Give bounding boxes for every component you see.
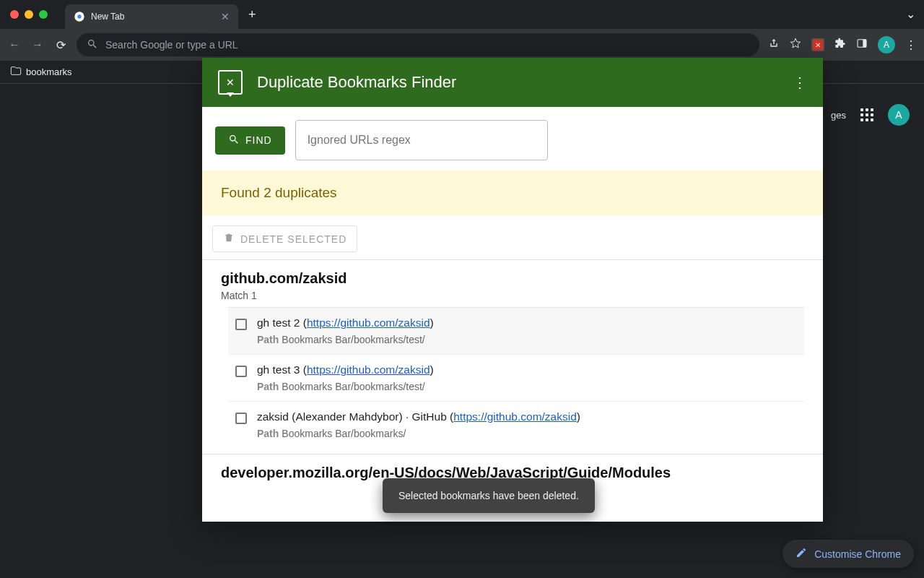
find-label: FIND (245, 134, 272, 146)
entry-path: PathBookmarks Bar/bookmarks/ (257, 428, 580, 439)
path-label: Path (257, 428, 279, 439)
close-window-button[interactable] (10, 10, 19, 19)
tab-close-button[interactable]: ✕ (221, 11, 230, 22)
entry-title-post: ) (430, 363, 434, 376)
entry-url-link[interactable]: https://github.com/zaksid (453, 410, 577, 423)
customise-label: Customise Chrome (814, 548, 901, 560)
entry-path: PathBookmarks Bar/bookmarks/test/ (257, 334, 434, 345)
entry-body: zaksid (Alexander Mahdybor) · GitHub (ht… (257, 410, 580, 439)
entry-url-link[interactable]: https://github.com/zaksid (307, 363, 430, 376)
find-button[interactable]: FIND (215, 126, 285, 155)
bookmark-star-icon[interactable] (790, 38, 801, 52)
maximize-window-button[interactable] (39, 10, 48, 19)
profile-avatar[interactable]: A (878, 36, 895, 53)
tab-favicon (74, 11, 85, 22)
entry-checkbox[interactable] (235, 366, 247, 377)
delete-row: DELETE SELECTED (202, 215, 823, 259)
path-label: Path (257, 334, 279, 345)
extension-title: Duplicate Bookmarks Finder (257, 73, 778, 92)
group-url-title: github.com/zaksid (221, 270, 804, 287)
path-label: Path (257, 381, 279, 392)
trash-icon (223, 232, 235, 246)
apps-grid-icon[interactable] (860, 108, 873, 121)
extension-header: ✕ Duplicate Bookmarks Finder ⋮ (202, 58, 823, 107)
window-expand-icon[interactable]: ⌄ (906, 7, 915, 21)
entry-title-pre: gh test 3 ( (257, 363, 307, 376)
browser-tab[interactable]: New Tab ✕ (65, 4, 238, 29)
extension-menu-button[interactable]: ⋮ (793, 74, 807, 91)
ntp-header-right: ges A (831, 104, 910, 126)
search-icon (228, 134, 240, 147)
share-icon[interactable] (768, 38, 780, 52)
bookmark-entry: gh test 3 (https://github.com/zaksid) Pa… (228, 354, 804, 401)
extensions-icon[interactable] (834, 38, 846, 52)
reload-button[interactable]: ⟳ (53, 38, 68, 52)
bookmark-entry: zaksid (Alexander Mahdybor) · GitHub (ht… (228, 401, 804, 448)
svg-rect-3 (863, 40, 866, 48)
toast-snackbar: Selected bookmarks have been deleted. (383, 478, 595, 513)
ntp-profile-avatar[interactable]: A (888, 104, 910, 126)
window-titlebar: New Tab ✕ + ⌄ (0, 0, 924, 29)
entries-list: gh test 2 (https://github.com/zaksid) Pa… (221, 307, 804, 448)
toolbar-actions: ✕ A ⋮ (768, 36, 917, 53)
tab-title: New Tab (91, 12, 215, 22)
delete-selected-label: DELETE SELECTED (240, 233, 346, 245)
entry-body: gh test 2 (https://github.com/zaksid) Pa… (257, 316, 434, 345)
bookmark-entry: gh test 2 (https://github.com/zaksid) Pa… (228, 307, 804, 354)
svg-point-1 (77, 14, 81, 18)
results-banner: Found 2 duplicates (202, 171, 823, 215)
duplicate-group: github.com/zaksid Match 1 gh test 2 (htt… (202, 259, 823, 449)
search-icon (87, 38, 98, 52)
entry-title-pre: zaksid (Alexander Mahdybor) · GitHub ( (257, 410, 453, 423)
address-bar[interactable]: Search Google or type a URL (77, 33, 759, 56)
folder-icon (10, 65, 22, 79)
entry-path: PathBookmarks Bar/bookmarks/test/ (257, 381, 434, 392)
entry-title-pre: gh test 2 ( (257, 316, 307, 329)
extension-badge-icon[interactable]: ✕ (811, 38, 824, 51)
customise-chrome-button[interactable]: Customise Chrome (783, 540, 914, 568)
entry-checkbox[interactable] (235, 319, 247, 330)
extension-controls: FIND (202, 107, 823, 171)
browser-menu-icon[interactable]: ⋮ (905, 38, 917, 52)
new-tab-button[interactable]: + (248, 7, 256, 22)
ntp-images-link[interactable]: ges (831, 110, 846, 121)
window-controls (10, 10, 48, 19)
browser-toolbar: ← → ⟳ Search Google or type a URL ✕ A ⋮ (0, 29, 924, 61)
entry-title-post: ) (430, 316, 434, 329)
path-value: Bookmarks Bar/bookmarks/test/ (282, 381, 424, 392)
entry-body: gh test 3 (https://github.com/zaksid) Pa… (257, 363, 434, 392)
entry-title-post: ) (577, 410, 580, 423)
entry-checkbox[interactable] (235, 413, 247, 424)
sidepanel-icon[interactable] (856, 38, 868, 52)
extension-logo-icon: ✕ (218, 70, 243, 95)
delete-selected-button[interactable]: DELETE SELECTED (212, 225, 357, 252)
extension-popup: ✕ Duplicate Bookmarks Finder ⋮ FIND Foun… (202, 58, 823, 522)
address-bar-placeholder: Search Google or type a URL (105, 39, 238, 51)
minimize-window-button[interactable] (25, 10, 33, 19)
group-match-label: Match 1 (221, 290, 804, 301)
path-value: Bookmarks Bar/bookmarks/test/ (282, 334, 424, 345)
bookmarks-folder-label[interactable]: bookmarks (26, 66, 72, 77)
ignored-urls-input[interactable] (295, 120, 548, 160)
pencil-icon (796, 547, 807, 561)
back-button[interactable]: ← (7, 38, 22, 51)
path-value: Bookmarks Bar/bookmarks/ (282, 428, 406, 439)
entry-url-link[interactable]: https://github.com/zaksid (307, 316, 430, 329)
forward-button[interactable]: → (30, 38, 45, 51)
